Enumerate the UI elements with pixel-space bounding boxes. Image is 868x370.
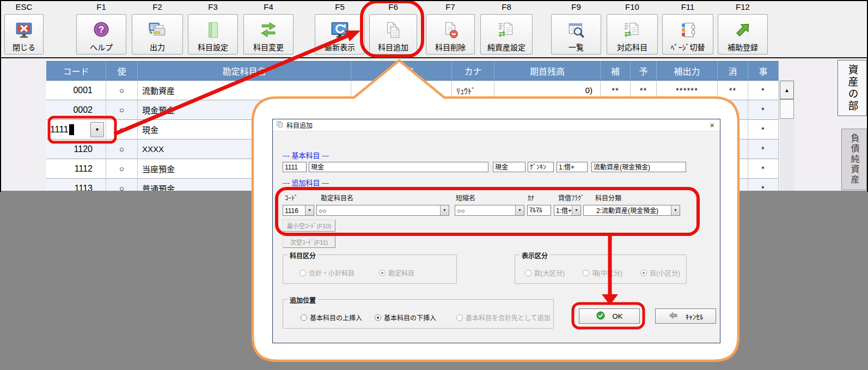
cell-short-name[interactable] [351,100,452,120]
column-header-ji: 事 [748,61,779,81]
cell-ji[interactable]: * [748,81,779,100]
cell-use[interactable]: ○ [106,120,138,139]
dropdown-arrow-icon[interactable]: ▼ [671,205,680,215]
add-category-combo[interactable]: 2:流動資産(現金預金) ▼ [583,205,680,216]
cell-use[interactable]: ○ [106,100,138,120]
cell-ji[interactable]: * [748,100,779,120]
window-border [0,0,1,192]
page-switch-button[interactable]: ﾍﾟｰｼﾞ切替 [662,14,713,54]
account-change-button[interactable]: 科目変更 [243,14,294,54]
toolbar-button-label: 一覧 [569,43,584,52]
add-kana-field[interactable]: ﾏﾙﾏﾙ [527,205,551,216]
dropdown-arrow-icon[interactable]: ▼ [572,205,580,215]
dropdown-arrow-icon[interactable]: ▼ [515,205,524,215]
add-short-name-combo[interactable]: ○○ ▼ [455,205,524,216]
cell-name[interactable]: 流動資産 [138,81,351,100]
tab-assets[interactable]: 資産の部 [838,60,867,116]
next-empty-code-button[interactable]: 次空ｺｰﾄﾞ(F11) [283,236,335,248]
radio-insert-above-base[interactable]: 基本科目の上挿入 [301,313,362,322]
dialog-title-bar[interactable]: 科目追加 × [273,119,720,131]
add-code-value: 1116 [283,205,305,215]
ok-check-icon [596,311,605,322]
radio-label: 合計・小計科目 [309,268,354,277]
cell-sho[interactable]: ** [718,81,748,100]
cancel-button[interactable]: ｷｬﾝｾﾙ [655,308,716,324]
svg-text:⇄: ⇄ [624,29,631,38]
cell-ji[interactable]: * [748,139,779,159]
auxiliary-register-button[interactable]: 補助登録 [718,14,768,54]
tab-liabilities-net-assets[interactable]: 負債純資産 [841,129,867,190]
radio-ledger-account[interactable]: 勘定科目 [379,268,414,277]
cell-sho[interactable] [718,139,748,159]
base-kana-field[interactable]: ｹﾞﾝｷﾝ [528,162,554,172]
dropdown-arrow-icon[interactable]: ▼ [305,205,314,215]
min-empty-code-button[interactable]: 最小空ｺｰﾄﾞ(F10) [283,220,335,232]
cell-ji[interactable]: * [748,120,779,139]
radio-major-division[interactable]: 款(大区分) [525,268,565,277]
scrollbar-thumb[interactable] [780,99,794,119]
app-window: ESC 閉じる F1 ? ヘルプ F2 出 [0,0,868,370]
corresponding-account-button[interactable]: ⇄ 対応科目 [607,14,658,54]
cell-use[interactable]: ○ [106,159,138,179]
net-assets-settings-button[interactable]: ⇄ 純資産設定 [480,14,533,54]
cell-kana[interactable] [452,100,494,120]
base-short-name-field[interactable]: 現金 [493,162,525,172]
cell-code[interactable]: 1120 [46,139,106,159]
cell-code[interactable]: 1112 [46,159,106,179]
list-button[interactable]: 一覧 [551,14,601,54]
base-category-field[interactable]: 流動資産(現金預金) [591,162,686,172]
cell-short-name[interactable] [351,81,452,100]
toolbar-group-f10: F10 ⇄ 対応科目 [607,1,658,56]
help-button[interactable]: ? ヘルプ [76,14,126,54]
cell-ho[interactable]: ** [601,81,631,100]
cell-code[interactable]: 0001 [46,81,106,100]
cell-name[interactable]: 現金預金 [138,100,351,120]
base-dc-flag-field[interactable]: 1:借+ [557,162,588,172]
cell-use[interactable]: ○ [106,139,138,159]
output-button[interactable]: 出力 [132,14,183,54]
cell-sho[interactable] [718,159,748,179]
copy-pages-icon [384,16,402,43]
toolbar-button-label: 科目追加 [378,43,408,52]
add-code-combo[interactable]: 1116 ▼ [283,205,314,216]
cell-opening-balance[interactable]: 0) [494,81,601,100]
cell-kana[interactable]: ﾘｭｳﾄﾞ [452,81,494,100]
code-combo-input[interactable]: 1111 ▼ [46,120,106,139]
green-book-icon [204,16,222,43]
cell-opening-balance[interactable] [494,100,601,120]
dropdown-arrow-icon[interactable]: ▼ [440,205,449,215]
close-button[interactable]: 閉じる [4,14,44,54]
radio-minor-division[interactable]: 目(小区分) [640,268,680,277]
dropdown-arrow-icon[interactable]: ▼ [90,122,104,137]
close-icon[interactable]: × [708,121,716,129]
cell-sho[interactable] [718,120,748,139]
radio-total-subtotal-account[interactable]: 合計・小計科目 [299,268,354,277]
account-add-dialog: 科目追加 × --- 基本科目 --- 1111 現金 現金 ｹﾞﾝｷﾝ 1:借… [272,119,720,343]
scrollbar-track[interactable] [780,119,794,191]
add-name-combo[interactable]: ○○ ▼ [316,205,449,216]
radio-middle-division[interactable]: 項(中区分) [583,268,622,277]
cell-code-editing[interactable]: 1111 ▼ [46,120,106,139]
cell-sho[interactable] [718,100,748,120]
cell-use[interactable]: ○ [106,81,138,100]
refresh-button[interactable]: 最新表示 [315,14,365,54]
ok-button[interactable]: OK [579,308,640,324]
account-add-button[interactable]: 科目追加 [369,14,417,54]
radio-insert-below-base[interactable]: 基本科目の下挿入 [375,313,436,322]
cell-ji[interactable]: * [748,159,779,179]
cell-yo[interactable]: ** [631,81,657,100]
scroll-up-button[interactable]: ▲ [780,81,794,99]
radio-add-as-total-target[interactable]: 基本科目を合計先として追加 [456,313,551,322]
account-delete-button[interactable]: 科目削除 [426,14,475,54]
cell-code[interactable]: 0002 [46,100,106,120]
cell-yo[interactable] [631,100,657,120]
cell-ho[interactable] [601,100,631,120]
account-settings-button[interactable]: 科目設定 [188,14,238,54]
cell-ho-output[interactable] [657,100,718,120]
toolbar: ESC 閉じる F1 ? ヘルプ F2 出 [0,1,868,57]
radio-label: 勘定科目 [388,268,414,277]
base-name-field[interactable]: 現金 [309,162,488,172]
add-dc-flag-combo[interactable]: 1:借+ ▼ [554,205,581,216]
base-code-field[interactable]: 1111 [283,162,307,172]
cell-ho-output[interactable]: ****** [657,81,718,100]
